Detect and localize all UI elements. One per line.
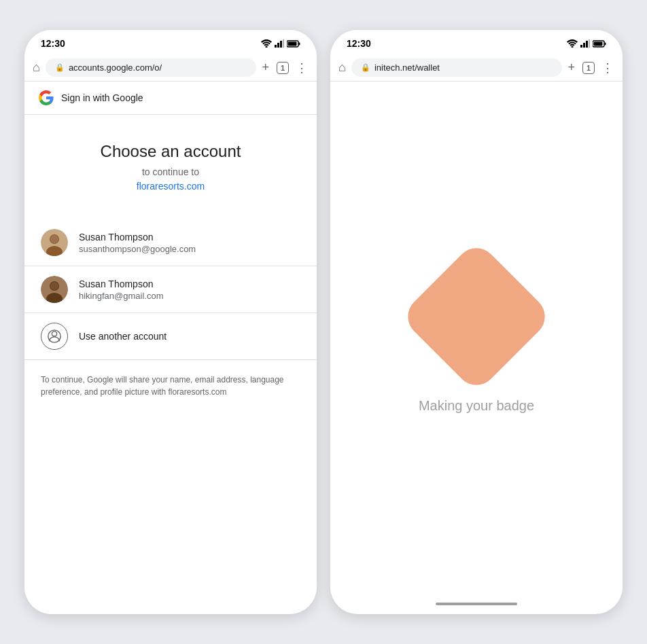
account-item-1[interactable]: Susan Thompson susanthompson@google.com bbox=[24, 219, 317, 266]
right-phone-content: Making your badge bbox=[330, 82, 623, 594]
left-time: 12:30 bbox=[41, 38, 65, 49]
use-another-text: Use another account bbox=[79, 331, 167, 342]
right-time: 12:30 bbox=[347, 38, 371, 49]
phones-container: 12:30 bbox=[11, 16, 636, 628]
google-signin-header: Sign in with Google bbox=[24, 82, 317, 115]
right-lock-icon: 🔒 bbox=[361, 63, 370, 72]
svg-rect-6 bbox=[288, 41, 297, 46]
badge-shape bbox=[400, 239, 553, 393]
wifi-icon bbox=[261, 39, 272, 48]
avatar-image-1 bbox=[41, 229, 68, 256]
wifi-icon-right bbox=[567, 39, 578, 48]
svg-rect-2 bbox=[277, 43, 279, 48]
left-browser-chrome: ⌂ 🔒 accounts.google.com/o/ + 1 ⋮ bbox=[24, 54, 317, 82]
google-signin-text: Sign in with Google bbox=[61, 92, 143, 103]
account-email-2: hikingfan@gmail.com bbox=[79, 291, 163, 301]
right-status-bar: 12:30 bbox=[330, 30, 623, 54]
right-home-icon[interactable]: ⌂ bbox=[338, 60, 346, 75]
right-browser-toolbar: ⌂ 🔒 initech.net/wallet + 1 ⋮ bbox=[338, 58, 614, 77]
svg-rect-4 bbox=[283, 39, 284, 48]
account-list: Susan Thompson susanthompson@google.com bbox=[24, 219, 317, 360]
account-info-1: Susan Thompson susanthompson@google.com bbox=[79, 232, 196, 254]
right-tab-count[interactable]: 1 bbox=[582, 62, 595, 74]
choose-account-section: Choose an account to continue to florare… bbox=[24, 115, 317, 206]
right-browser-chrome: ⌂ 🔒 initech.net/wallet + 1 ⋮ bbox=[330, 54, 623, 82]
battery-icon-right bbox=[593, 40, 606, 48]
svg-point-18 bbox=[572, 46, 574, 48]
use-another-account-item[interactable]: Use another account bbox=[24, 313, 317, 360]
privacy-notice: To continue, Google will share your name… bbox=[24, 360, 317, 412]
svg-rect-21 bbox=[586, 41, 588, 48]
right-url: initech.net/wallet bbox=[374, 62, 440, 73]
right-more-icon[interactable]: ⋮ bbox=[601, 60, 614, 75]
google-logo bbox=[38, 90, 54, 106]
left-more-icon[interactable]: ⋮ bbox=[296, 60, 309, 75]
choose-account-title: Choose an account bbox=[38, 142, 303, 161]
site-link[interactable]: floraresorts.com bbox=[137, 181, 205, 192]
svg-point-0 bbox=[266, 46, 268, 48]
svg-rect-20 bbox=[583, 43, 585, 48]
svg-rect-22 bbox=[589, 39, 590, 48]
account-chooser-content: Choose an account to continue to florare… bbox=[24, 115, 317, 614]
avatar-2 bbox=[41, 276, 68, 303]
svg-point-11 bbox=[50, 235, 58, 243]
avatar-1 bbox=[41, 229, 68, 256]
right-phone: 12:30 bbox=[330, 30, 623, 614]
bottom-indicator bbox=[330, 594, 623, 614]
add-person-icon bbox=[41, 323, 68, 350]
svg-rect-1 bbox=[275, 45, 277, 48]
lock-icon: 🔒 bbox=[55, 63, 65, 72]
account-item-2[interactable]: Susan Thompson hikingfan@gmail.com bbox=[24, 266, 317, 313]
account-email-1: susanthompson@google.com bbox=[79, 244, 196, 254]
making-badge-text: Making your badge bbox=[419, 398, 534, 414]
continue-to-text: to continue to bbox=[38, 166, 303, 177]
left-phone: 12:30 bbox=[24, 30, 317, 614]
right-address-bar[interactable]: 🔒 initech.net/wallet bbox=[351, 58, 563, 77]
svg-point-15 bbox=[50, 282, 58, 290]
signal-icon bbox=[275, 39, 284, 48]
avatar-image-2 bbox=[41, 276, 68, 303]
account-name-1: Susan Thompson bbox=[79, 232, 196, 243]
home-indicator-bar bbox=[436, 603, 517, 605]
left-tab-count[interactable]: 1 bbox=[277, 62, 289, 74]
left-browser-toolbar: ⌂ 🔒 accounts.google.com/o/ + 1 ⋮ bbox=[33, 58, 309, 77]
svg-point-16 bbox=[52, 332, 56, 336]
svg-rect-7 bbox=[299, 42, 300, 45]
svg-rect-25 bbox=[605, 42, 606, 45]
left-add-tab-icon[interactable]: + bbox=[262, 60, 270, 75]
battery-icon bbox=[287, 40, 300, 48]
left-url: accounts.google.com/o/ bbox=[69, 62, 162, 73]
left-browser-actions: + 1 ⋮ bbox=[262, 60, 309, 75]
account-info-2: Susan Thompson hikingfan@gmail.com bbox=[79, 279, 163, 301]
left-status-bar: 12:30 bbox=[24, 30, 317, 54]
left-status-icons bbox=[261, 39, 300, 48]
svg-rect-3 bbox=[280, 41, 282, 48]
account-name-2: Susan Thompson bbox=[79, 279, 163, 289]
home-icon[interactable]: ⌂ bbox=[33, 60, 40, 75]
right-add-tab-icon[interactable]: + bbox=[567, 60, 576, 75]
right-browser-actions: + 1 ⋮ bbox=[567, 60, 614, 75]
right-status-icons bbox=[567, 39, 606, 48]
signal-icon-right bbox=[580, 39, 590, 48]
left-address-bar[interactable]: 🔒 accounts.google.com/o/ bbox=[46, 58, 257, 77]
svg-rect-24 bbox=[594, 41, 603, 46]
svg-rect-19 bbox=[580, 45, 582, 48]
